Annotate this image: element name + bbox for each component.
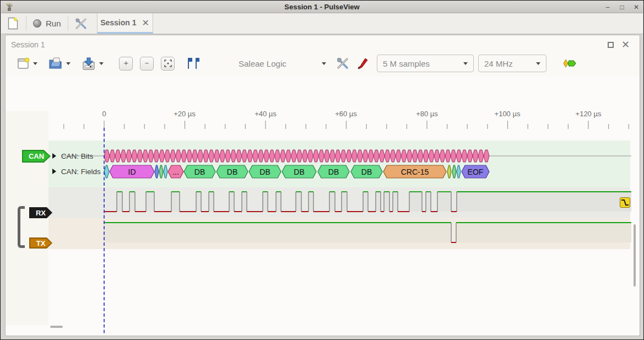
- decoder-field-label: CRC-15: [401, 168, 429, 176]
- save-file-button[interactable]: [82, 57, 107, 70]
- device-label: Saleae Logic: [239, 59, 286, 68]
- subwindow-title: Session 1: [11, 40, 45, 49]
- new-session-button[interactable]: [1, 13, 25, 34]
- sample-count-select[interactable]: 5 M samples: [377, 55, 474, 72]
- decoder-field-label: DB: [194, 168, 205, 176]
- tab-close-icon[interactable]: ✕: [142, 18, 149, 28]
- device-dropdown-arrow: [322, 62, 326, 65]
- expander-icon[interactable]: [52, 153, 56, 159]
- configure-device-button[interactable]: [336, 57, 349, 70]
- show-cursors-button[interactable]: [186, 57, 200, 70]
- window-title: Session 1 - PulseView: [1, 3, 643, 11]
- session-toolbar: ＋ － Saleae Logic: [12, 52, 633, 75]
- cursors-flags-icon: [186, 57, 200, 70]
- waveform-canvas: ID...DBDBDBDBDBDBCRC-15EOF: [6, 77, 639, 335]
- subwindow-header[interactable]: Session 1 ✕: [11, 40, 634, 50]
- zoom-in-button[interactable]: ＋: [119, 57, 133, 71]
- decoder-tag-label: CAN: [29, 152, 44, 160]
- zoom-fit-button[interactable]: [161, 57, 175, 71]
- tx-tag-label: TX: [36, 239, 46, 247]
- add-decoder-button[interactable]: [562, 58, 578, 69]
- save-dropdown-arrow[interactable]: [99, 62, 104, 65]
- sample-count-label: 5 M samples: [383, 59, 430, 68]
- new-session-icon: [8, 17, 18, 30]
- time-cursor-line[interactable]: [104, 128, 105, 335]
- new-file-button[interactable]: [17, 57, 41, 70]
- decoder-field-label: DB: [227, 168, 237, 176]
- settings-button[interactable]: [69, 13, 93, 34]
- sample-count-dropdown-arrow: [463, 62, 468, 65]
- tab-session-1[interactable]: Session 1 ✕: [97, 13, 153, 34]
- run-state-icon: [33, 19, 41, 28]
- add-decoder-icon: [562, 58, 578, 69]
- open-file-button[interactable]: [48, 57, 74, 70]
- subwindow-maximize-button[interactable]: [608, 42, 614, 48]
- sample-rate-select[interactable]: 24 MHz: [478, 55, 546, 72]
- toolbar-separator: [68, 16, 68, 31]
- session-subwindow: Session 1 ✕: [5, 35, 640, 336]
- title-bar[interactable]: Session 1 - PulseView – □ ✕: [1, 1, 643, 13]
- decoder-field-label: EOF: [468, 168, 484, 176]
- expander-icon[interactable]: [52, 169, 56, 174]
- horizontal-scrollbar-thumb[interactable]: [50, 326, 63, 328]
- configure-channels-button[interactable]: [356, 57, 369, 70]
- decoder-row-fields-label: CAN: Fields: [61, 168, 101, 176]
- decoder-row-bits-label: CAN: Bits: [61, 152, 94, 160]
- device-select[interactable]: Saleae Logic: [239, 55, 329, 72]
- subwindow-close-button[interactable]: ✕: [621, 41, 630, 48]
- sample-rate-dropdown-arrow: [536, 62, 540, 65]
- open-folder-icon: [48, 57, 63, 70]
- vertical-scrollbar-thumb[interactable]: [634, 224, 636, 287]
- zoom-out-button[interactable]: －: [140, 57, 154, 71]
- new-file-icon: [17, 57, 30, 70]
- trace-view[interactable]: 0+20 µs+40 µs+60 µs+80 µs+100 µs+120 µs …: [6, 77, 639, 335]
- run-label: Run: [46, 19, 61, 28]
- probe-icon: [356, 57, 369, 70]
- minimize-button[interactable]: –: [604, 4, 611, 10]
- tab-label: Session 1: [100, 18, 136, 27]
- zoom-fit-icon: [164, 60, 172, 67]
- run-button[interactable]: Run: [28, 13, 67, 34]
- sample-rate-label: 24 MHz: [484, 59, 513, 68]
- decoder-field-label: DB: [259, 168, 270, 176]
- decoder-field-label: ...: [172, 168, 179, 176]
- decoder-field-label: DB: [361, 168, 372, 176]
- close-button[interactable]: ✕: [633, 4, 640, 10]
- trigger-marker-icon[interactable]: [620, 197, 630, 208]
- decoder-field-label: DB: [294, 168, 304, 176]
- channel-group-bracket[interactable]: [18, 206, 25, 248]
- decoder-row-bits[interactable]: CAN: Bits: [52, 152, 93, 160]
- settings-icon: [75, 18, 87, 30]
- new-file-dropdown-arrow[interactable]: [33, 62, 37, 65]
- decoder-row-fields[interactable]: CAN: Fields: [52, 168, 101, 176]
- open-file-dropdown-arrow[interactable]: [66, 62, 71, 65]
- save-icon: [82, 57, 96, 70]
- toolbar-separator: [26, 16, 26, 31]
- main-toolbar: Run Session 1 ✕: [1, 13, 643, 34]
- decoder-field-label: DB: [328, 168, 339, 176]
- rx-tag-label: RX: [36, 209, 46, 217]
- configure-device-icon: [336, 57, 349, 70]
- maximize-button[interactable]: □: [619, 4, 625, 10]
- pulseview-window: Session 1 - PulseView – □ ✕ Run: [0, 0, 644, 340]
- decoder-field-label: ID: [128, 168, 136, 176]
